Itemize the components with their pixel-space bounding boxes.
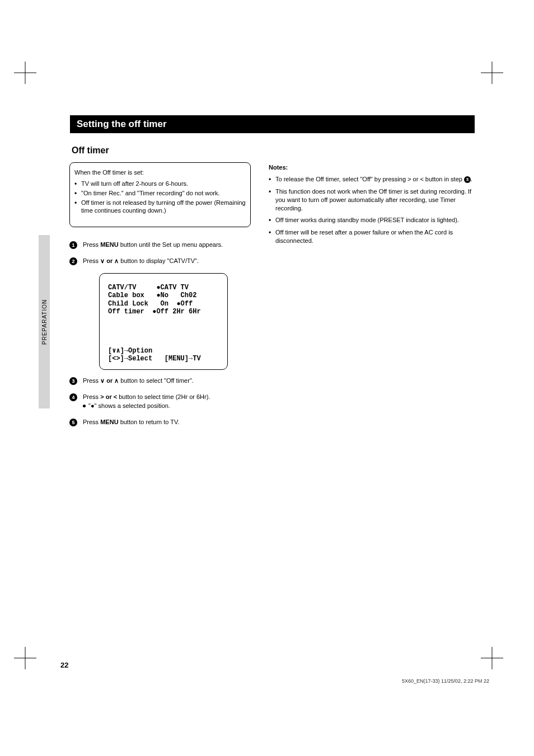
crop-mark-tl: [14, 62, 36, 84]
step-3: 3 Press ∨ or ∧ button to select "Off tim…: [69, 377, 251, 385]
step-num-icon: 1: [69, 241, 77, 249]
step-2: 2 Press ∨ or ∧ button to display "CATV/T…: [69, 257, 251, 265]
info-box-title: When the Off timer is set:: [74, 168, 246, 177]
osd-screen: CATV/TV ●CATV TV Cable box ●No Ch02 Chil…: [99, 273, 228, 370]
step-num-icon: 3: [69, 377, 77, 385]
info-box: When the Off timer is set: TV will turn …: [69, 162, 251, 227]
step-5: 5 Press MENU button to return to TV.: [69, 418, 251, 426]
step-num-icon: 4: [69, 393, 77, 401]
step-text: Press ∨ or ∧ button to select "Off timer…: [83, 377, 251, 385]
note-item: To release the Off timer, select "Off" b…: [269, 175, 476, 184]
note-item: Off timer works during standby mode (PRE…: [269, 216, 476, 224]
step-text: Press > or < button to select time (2Hr …: [83, 393, 251, 410]
page-number: 22: [60, 661, 68, 669]
step-num-icon: 5: [69, 419, 77, 426]
title-text: Setting the off timer: [77, 119, 167, 130]
step-text: Press ∨ or ∧ button to display "CATV/TV"…: [83, 257, 251, 265]
notes-column: Notes: To release the Off timer, select …: [269, 164, 476, 249]
steps: 1 Press MENU button until the Set up men…: [69, 241, 251, 434]
step-4: 4 Press > or < button to select time (2H…: [69, 393, 251, 410]
footer-meta: 5X60_EN(17-33) 11/25/02, 2:22 PM 22: [402, 678, 489, 684]
notes-title: Notes:: [269, 164, 476, 171]
step-1: 1 Press MENU button until the Set up men…: [69, 241, 251, 249]
info-item: TV will turn off after 2-hours or 6-hour…: [74, 180, 246, 188]
note-item: This function does not work when the Off…: [269, 187, 476, 213]
crop-mark-bl: [14, 647, 36, 669]
step-num-icon: 2: [69, 257, 77, 265]
side-tab: PREPARATION: [39, 235, 50, 408]
step-subnote: "●" shows a selected position.: [83, 402, 251, 410]
step-text: Press MENU button until the Set up menu …: [83, 241, 251, 249]
info-item: "On timer Rec." and "Timer recording" do…: [74, 189, 246, 198]
info-item: Off timer is not released by turning off…: [74, 199, 246, 215]
title-bar: Setting the off timer: [70, 115, 475, 133]
section-title: Off timer: [72, 145, 109, 156]
note-item: Off timer will be reset after a power fa…: [269, 228, 476, 245]
crop-mark-br: [481, 647, 503, 669]
crop-mark-tr: [481, 62, 503, 84]
step-text: Press MENU button to return to TV.: [83, 418, 251, 426]
inline-step-icon: 3: [464, 176, 471, 183]
